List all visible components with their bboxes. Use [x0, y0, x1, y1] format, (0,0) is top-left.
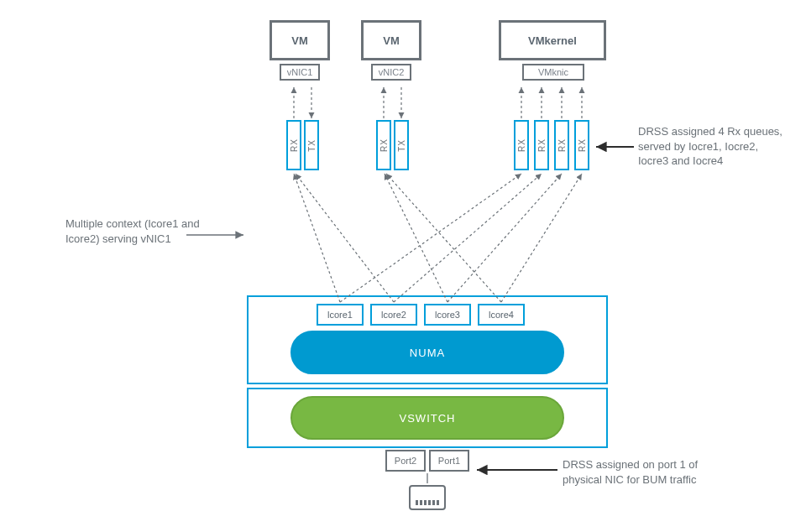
vmkernel-box: VMkernel [499, 20, 606, 60]
numa-label: NUMA [410, 347, 445, 359]
vswitch-label: VSWITCH [400, 412, 456, 425]
vm1-rx-text: RX [290, 138, 299, 152]
vm1-tx-queue: TX [304, 120, 319, 170]
vmk-rx4-queue: RX [574, 120, 589, 170]
vm1-nic-label: vNIC1 [287, 67, 313, 77]
port1-box: Port1 [429, 450, 469, 472]
vmk-rx2-text: RX [537, 138, 547, 152]
port2-box: Port2 [385, 450, 426, 472]
svg-line-13 [394, 174, 542, 302]
annotation-left: Multiple context (Icore1 and Icore2) ser… [65, 216, 217, 246]
svg-line-14 [447, 174, 562, 302]
vm2-nic-label: vNIC2 [379, 67, 405, 77]
vm1-rx-queue: RX [286, 120, 301, 170]
vm2-box: VM [361, 20, 421, 60]
vm1-label: VM [291, 34, 308, 47]
vmknic-box: VMknic [522, 64, 584, 81]
vm2-tx-text: TX [397, 139, 406, 152]
lcore1-label: lcore1 [327, 310, 353, 320]
vmk-rx1-text: RX [517, 138, 526, 152]
vmk-rx1-queue: RX [514, 120, 529, 170]
svg-line-12 [340, 174, 521, 302]
lcore3-box: lcore3 [424, 304, 471, 326]
svg-line-8 [294, 174, 340, 302]
lcore3-label: lcore3 [435, 310, 460, 320]
lcore1-box: lcore1 [317, 304, 364, 326]
vmk-rx3-queue: RX [554, 120, 569, 170]
vmknic-label: VMknic [538, 67, 568, 77]
vm1-box: VM [270, 20, 330, 60]
vmk-rx4-text: RX [578, 138, 587, 152]
vm1-nic-box: vNIC1 [280, 64, 320, 81]
vm2-nic-box: vNIC2 [371, 64, 411, 81]
svg-line-15 [501, 174, 582, 302]
annotation-right-bottom: DRSS assigned on port 1 of physical NIC … [563, 457, 718, 487]
svg-line-11 [386, 174, 501, 302]
vswitch-pill: VSWITCH [290, 396, 564, 440]
vm2-rx-queue: RX [376, 120, 391, 170]
vmk-rx2-queue: RX [534, 120, 549, 170]
lcore2-label: lcore2 [381, 310, 406, 320]
vm2-label: VM [383, 34, 400, 47]
svg-line-10 [385, 174, 447, 302]
svg-line-9 [296, 174, 394, 302]
vm2-tx-queue: TX [394, 120, 409, 170]
port2-label: Port2 [395, 456, 416, 466]
vm2-rx-text: RX [379, 138, 389, 152]
vmk-rx3-text: RX [557, 138, 567, 152]
lcore4-box: lcore4 [478, 304, 525, 326]
ethernet-port-icon [409, 485, 446, 510]
vmkernel-label: VMkernel [528, 34, 577, 47]
lcore4-label: lcore4 [489, 310, 514, 320]
port1-label: Port1 [438, 456, 460, 466]
numa-pill: NUMA [290, 331, 564, 374]
annotation-right-top: DRSS assigned 4 Rx queues, served by Ioc… [638, 124, 785, 169]
lcore2-box: lcore2 [370, 304, 417, 326]
vm1-tx-text: TX [307, 139, 317, 152]
